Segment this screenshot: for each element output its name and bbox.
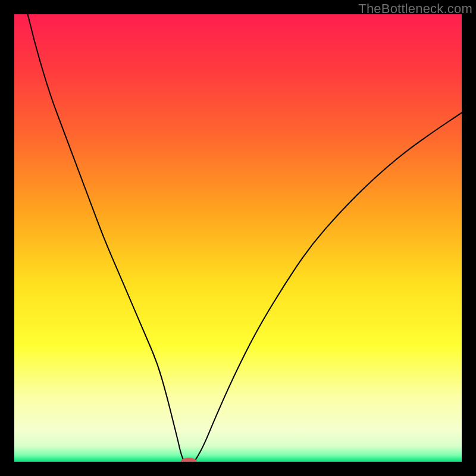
chart-frame [14,14,462,462]
gradient-background [14,14,462,462]
watermark-text: TheBottleneck.com [358,1,472,17]
bottleneck-chart [14,14,462,462]
